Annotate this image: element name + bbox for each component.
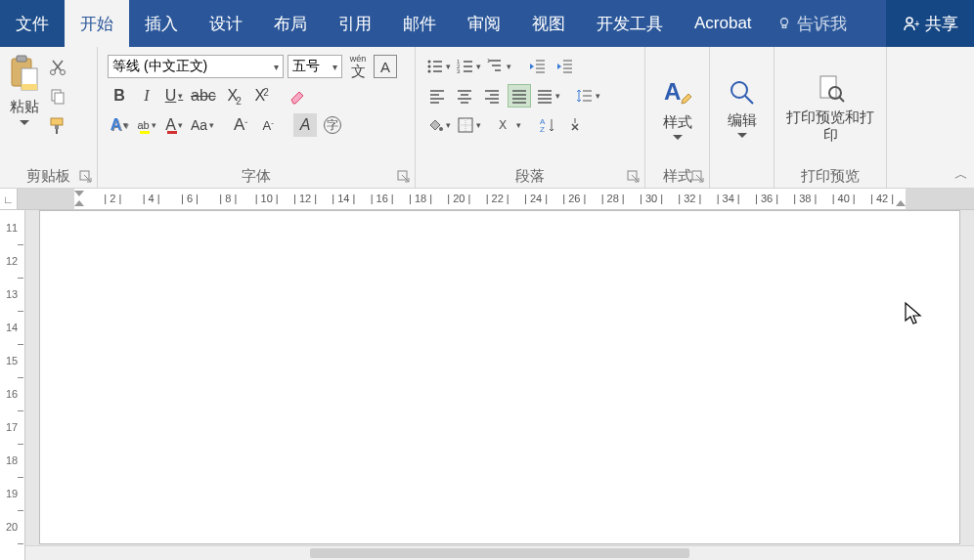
font-name-combo[interactable]: 等线 (中文正文)▾ <box>108 55 284 78</box>
font-dialog-launcher[interactable] <box>397 170 411 184</box>
tab-mailings[interactable]: 邮件 <box>387 0 452 47</box>
horizontal-scrollbar[interactable] <box>25 545 974 560</box>
scrollbar-thumb[interactable] <box>310 548 689 558</box>
multilevel-list-button[interactable]: 1 <box>486 55 512 78</box>
font-color-button[interactable]: A <box>162 113 186 137</box>
document-page[interactable] <box>39 210 960 544</box>
tab-insert[interactable]: 插入 <box>129 0 194 47</box>
align-distributed-icon <box>536 87 553 105</box>
decrease-indent-button[interactable] <box>526 55 550 78</box>
tab-file[interactable]: 文件 <box>0 0 65 47</box>
paragraph-dialog-launcher[interactable] <box>627 170 641 184</box>
align-justify-button[interactable] <box>508 84 531 108</box>
ruler-mark: | 30 | <box>640 193 663 204</box>
shading-button[interactable] <box>425 113 452 137</box>
paste-button[interactable] <box>8 55 41 94</box>
char-shading-button[interactable]: A <box>293 113 317 137</box>
format-painter-button[interactable] <box>47 115 68 137</box>
editing-label: 编辑 <box>728 111 757 129</box>
share-button[interactable]: + 共享 <box>886 0 974 47</box>
horizontal-ruler[interactable]: ∟ | 2 || 4 || 6 || 8 || 10 || 12 || 14 |… <box>0 189 974 210</box>
underline-button[interactable]: U <box>162 84 186 108</box>
tab-acrobat[interactable]: Acrobat <box>679 0 768 47</box>
lightbulb-icon <box>777 17 791 30</box>
tab-layout[interactable]: 布局 <box>258 0 323 47</box>
svg-point-9 <box>61 70 66 75</box>
tab-developer[interactable]: 开发工具 <box>581 0 679 47</box>
ruler-mark: 12 <box>6 255 18 267</box>
asian-layout-button[interactable]: Ⅹ <box>496 113 522 137</box>
bullet-list-button[interactable] <box>425 55 452 78</box>
ruler-tick <box>18 410 23 411</box>
tell-me-search[interactable]: 告诉我 <box>768 0 886 47</box>
phonetic-guide-button[interactable]: wén 文 <box>346 55 370 78</box>
sort-button[interactable]: AZ <box>536 113 559 137</box>
numbered-list-button[interactable]: 123 <box>456 55 482 78</box>
strikethrough-button[interactable]: abc <box>190 84 217 108</box>
first-line-indent-marker[interactable] <box>74 191 84 196</box>
bold-button[interactable]: B <box>108 84 131 108</box>
styles-button[interactable]: A 样式 <box>653 51 702 160</box>
svg-text:Ⅹ: Ⅹ <box>499 118 507 132</box>
vertical-ruler[interactable]: 11121314151617181920 <box>0 210 25 560</box>
borders-button[interactable] <box>456 113 482 137</box>
tab-references[interactable]: 引用 <box>323 0 387 47</box>
asian-layout-icon: Ⅹ <box>497 116 514 134</box>
clipboard-dialog-launcher[interactable] <box>79 170 93 184</box>
change-case-button[interactable]: Aa <box>190 113 215 137</box>
tab-review[interactable]: 审阅 <box>452 0 516 47</box>
superscript-button[interactable]: X2 <box>248 84 272 108</box>
enclose-char-button[interactable]: 字 <box>321 113 344 137</box>
cut-button[interactable] <box>47 57 68 78</box>
svg-point-24 <box>439 127 443 131</box>
tab-view[interactable]: 视图 <box>516 0 581 47</box>
ruler-mark: 19 <box>6 488 18 499</box>
ruler-mark: 14 <box>6 322 18 333</box>
text-effects-button[interactable]: A <box>108 113 131 137</box>
shrink-font-button[interactable]: Aˇ <box>256 113 280 137</box>
tab-design[interactable]: 设计 <box>194 0 258 47</box>
highlight-button[interactable]: ab <box>135 113 158 137</box>
increase-indent-button[interactable] <box>553 55 577 78</box>
svg-rect-7 <box>22 84 37 90</box>
styles-dropdown-icon[interactable] <box>673 135 683 141</box>
char-border-button[interactable]: A <box>374 55 397 78</box>
ruler-mark: | 28 | <box>601 193 625 204</box>
svg-text:A: A <box>664 78 681 105</box>
copy-button[interactable] <box>47 86 68 108</box>
line-spacing-button[interactable] <box>575 84 601 108</box>
editing-dropdown-icon[interactable] <box>737 133 747 139</box>
grow-font-button[interactable]: Aˇ <box>229 113 252 137</box>
ruler-tick <box>18 444 23 445</box>
ruler-mark: | 12 | <box>293 193 317 204</box>
left-indent-marker[interactable] <box>74 200 84 206</box>
collapse-ribbon-button[interactable]: ︿ <box>954 166 968 184</box>
person-share-icon: + <box>902 15 919 32</box>
share-label: 共享 <box>925 13 958 35</box>
show-marks-button[interactable] <box>563 113 587 137</box>
styles-dialog-launcher[interactable] <box>691 170 705 184</box>
svg-rect-1 <box>782 25 786 28</box>
align-distributed-button[interactable] <box>535 84 561 108</box>
italic-button[interactable]: I <box>135 84 158 108</box>
editing-button[interactable]: 编辑 <box>720 51 765 160</box>
align-center-button[interactable] <box>453 84 476 108</box>
tab-selector[interactable]: ∟ <box>0 189 18 210</box>
tab-home[interactable]: 开始 <box>65 0 129 47</box>
align-left-button[interactable] <box>425 84 449 108</box>
font-size-combo[interactable]: 五号▾ <box>288 55 342 78</box>
ruler-mark: 18 <box>6 454 18 466</box>
subscript-button[interactable]: X2 <box>221 84 244 108</box>
paste-dropdown-caret-icon[interactable] <box>20 120 29 126</box>
group-print-preview: 打印预览和打印 打印预览 <box>775 47 887 188</box>
svg-text:Z: Z <box>540 125 545 134</box>
svg-point-17 <box>428 61 431 64</box>
ruler-mark: | 42 | <box>870 193 894 204</box>
ruler-mark: | 24 | <box>524 193 548 204</box>
align-right-button[interactable] <box>480 84 504 108</box>
ruler-tick <box>18 344 23 345</box>
print-preview-button[interactable]: 打印预览和打印 <box>778 51 882 160</box>
clear-formatting-button[interactable] <box>286 84 309 108</box>
right-indent-marker[interactable] <box>896 200 906 206</box>
ruler-mark: 13 <box>6 288 18 300</box>
